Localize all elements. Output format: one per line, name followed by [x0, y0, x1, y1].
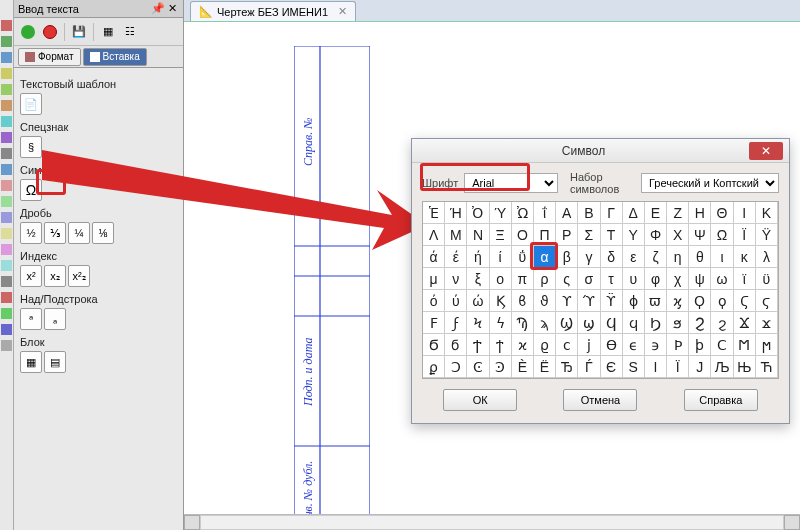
symbol-cell[interactable]: σ [578, 268, 600, 290]
vtool-icon[interactable] [1, 324, 12, 335]
symbol-cell[interactable]: Ρ [556, 224, 578, 246]
symbol-cell[interactable]: ϩ [711, 312, 733, 334]
symbol-cell[interactable]: Є [601, 356, 623, 378]
vtool-icon[interactable] [1, 292, 12, 303]
vtool-icon[interactable] [1, 308, 12, 319]
symbol-cell[interactable]: Ϸ [667, 334, 689, 356]
super-btn[interactable]: ᵃ [20, 308, 42, 330]
symbol-cell[interactable]: ϙ [711, 290, 733, 312]
symbol-cell[interactable]: Ω [711, 224, 733, 246]
symbol-cell[interactable]: Ϧ [645, 312, 667, 334]
symbol-cell[interactable]: Ͻ [445, 356, 467, 378]
block-btn[interactable]: ▦ [20, 351, 42, 373]
symbol-cell[interactable]: Ј [689, 356, 711, 378]
symbol-cell[interactable]: ϛ [756, 290, 778, 312]
symbol-cell[interactable]: Λ [423, 224, 445, 246]
symbol-cell[interactable]: ά [423, 246, 445, 268]
symbol-cell[interactable]: Θ [711, 202, 733, 224]
symbol-cell[interactable]: ώ [467, 290, 489, 312]
close-tab-icon[interactable]: ✕ [338, 5, 347, 18]
document-tab[interactable]: 📐 Чертеж БЕЗ ИМЕНИ1 ✕ [190, 1, 356, 21]
symbol-cell[interactable]: Α [556, 202, 578, 224]
symbol-cell[interactable]: ϯ [490, 334, 512, 356]
dialog-close-button[interactable]: ✕ [749, 142, 783, 160]
vtool-icon[interactable] [1, 212, 12, 223]
symbol-cell[interactable]: Ϝ [423, 312, 445, 334]
symbol-cell[interactable]: η [667, 246, 689, 268]
help-button[interactable]: Справка [684, 389, 758, 411]
symbol-cell[interactable]: Ζ [667, 202, 689, 224]
symbol-cell[interactable]: Ὀ [467, 202, 489, 224]
symbol-cell[interactable]: Ё [534, 356, 556, 378]
symbol-cell[interactable]: μ [423, 268, 445, 290]
symbol-cell[interactable]: Ϫ [734, 312, 756, 334]
symbol-cell[interactable]: Ѓ [578, 356, 600, 378]
vtool-icon[interactable] [1, 132, 12, 143]
special-char-btn[interactable]: § [20, 136, 42, 158]
vtool-icon[interactable] [1, 180, 12, 191]
symbol-cell[interactable]: ό [423, 290, 445, 312]
vtool-icon[interactable] [1, 68, 12, 79]
symbol-cell[interactable]: Δ [623, 202, 645, 224]
symbol-cell[interactable]: Ѐ [512, 356, 534, 378]
symbol-cell[interactable]: ζ [645, 246, 667, 268]
vtool-icon[interactable] [1, 148, 12, 159]
symbol-cell[interactable]: Љ [711, 356, 733, 378]
symbol-cell[interactable]: Ϋ [756, 224, 778, 246]
symbol-cell[interactable]: ο [490, 268, 512, 290]
symbol-cell[interactable]: ϲ [556, 334, 578, 356]
symbol-cell[interactable]: Π [534, 224, 556, 246]
symbol-cell[interactable]: Ύ [490, 202, 512, 224]
index-btn[interactable]: x²₂ [68, 265, 90, 287]
cancel-button[interactable]: Отмена [563, 389, 637, 411]
symbol-cell[interactable]: Ђ [556, 356, 578, 378]
symbol-cell[interactable]: Ἑ [423, 202, 445, 224]
symbol-cell[interactable]: λ [756, 246, 778, 268]
symbol-cell[interactable]: Ϯ [467, 334, 489, 356]
symbol-cell[interactable]: ϡ [534, 312, 556, 334]
symbol-cell[interactable]: κ [734, 246, 756, 268]
symbol-cell[interactable]: γ [578, 246, 600, 268]
block-btn[interactable]: ▤ [44, 351, 66, 373]
symbol-cell[interactable]: Ϟ [467, 312, 489, 334]
scroll-left-icon[interactable] [184, 515, 200, 530]
symbol-cell[interactable]: χ [667, 268, 689, 290]
sub-btn[interactable]: ₐ [44, 308, 66, 330]
symbol-cell[interactable]: φ [645, 268, 667, 290]
symbol-cell[interactable]: έ [445, 246, 467, 268]
symbol-cell[interactable]: Χ [667, 224, 689, 246]
symbol-cell[interactable]: ψ [689, 268, 711, 290]
symbol-cell[interactable]: Ν [467, 224, 489, 246]
symbol-cell[interactable]: Ͼ [467, 356, 489, 378]
symbol-cell[interactable]: ϶ [645, 334, 667, 356]
vtool-icon[interactable] [1, 260, 12, 271]
symbol-cell[interactable]: Ϩ [689, 312, 711, 334]
symbol-cell[interactable]: Η [689, 202, 711, 224]
symbol-cell[interactable]: ϸ [689, 334, 711, 356]
symbol-cell[interactable]: ω [711, 268, 733, 290]
symbol-cell[interactable]: ϣ [578, 312, 600, 334]
tab-insert[interactable]: Вставка [83, 48, 147, 66]
symbol-cell[interactable]: υ [623, 268, 645, 290]
symbol-cell[interactable]: ϋ [756, 268, 778, 290]
symbol-cell[interactable]: Ϊ [734, 224, 756, 246]
symbol-cell[interactable]: ϓ [578, 290, 600, 312]
symbol-cell[interactable]: ϱ [534, 334, 556, 356]
vtool-icon[interactable] [1, 20, 12, 31]
tool-icon[interactable]: ☷ [120, 22, 140, 42]
ok-button[interactable] [18, 22, 38, 42]
vtool-icon[interactable] [1, 228, 12, 239]
fraction-btn[interactable]: ⅓ [44, 222, 66, 244]
symbol-cell[interactable]: ς [556, 268, 578, 290]
vtool-icon[interactable] [1, 116, 12, 127]
symbol-cell[interactable]: Ѕ [623, 356, 645, 378]
vtool-icon[interactable] [1, 36, 12, 47]
symbol-cell[interactable]: Μ [445, 224, 467, 246]
symbol-cell[interactable]: ν [445, 268, 467, 290]
symbol-cell[interactable]: τ [601, 268, 623, 290]
symbol-cell[interactable]: ξ [467, 268, 489, 290]
symbol-cell[interactable]: Ο [512, 224, 534, 246]
symbol-cell[interactable]: ϥ [623, 312, 645, 334]
fraction-btn[interactable]: ⅛ [92, 222, 114, 244]
symbol-cell[interactable]: ϗ [667, 290, 689, 312]
